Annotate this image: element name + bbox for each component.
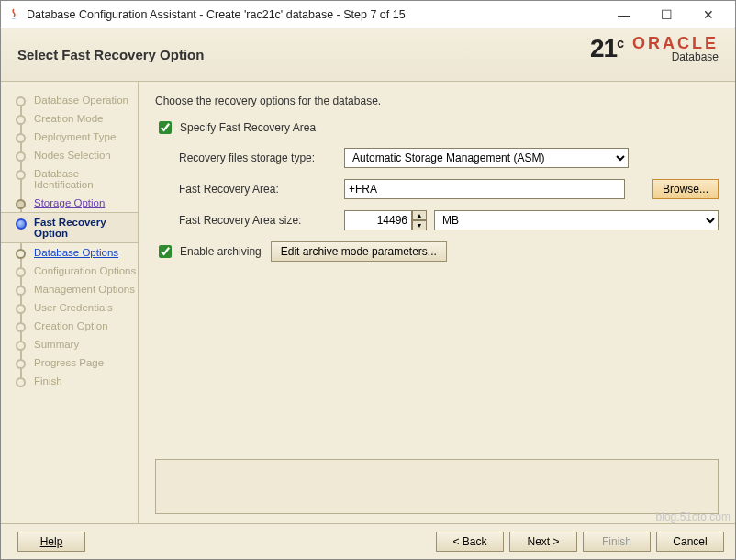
page-title: Select Fast Recovery Option xyxy=(17,47,204,62)
next-button[interactable]: Next > xyxy=(509,532,577,552)
step-dot-icon xyxy=(16,286,26,296)
storage-type-label: Recovery files storage type: xyxy=(179,151,344,164)
brand-version: 21c xyxy=(590,34,623,63)
close-button[interactable]: ✕ xyxy=(687,1,730,28)
fra-size-label: Fast Recovery Area size: xyxy=(179,214,344,227)
wizard-step-9: Management Options xyxy=(14,280,138,298)
wizard-step-7[interactable]: Database Options xyxy=(14,243,138,262)
content-panel: Choose the recovery options for the data… xyxy=(139,82,735,523)
wizard-step-8: Configuration Options xyxy=(14,262,138,280)
brand-subtitle: Database xyxy=(632,51,719,62)
footer: Help < Back Next > Finish Cancel xyxy=(1,524,735,559)
spinner-down-icon[interactable]: ▼ xyxy=(412,220,427,230)
edit-archive-params-button[interactable]: Edit archive mode parameters... xyxy=(271,241,447,262)
spinner-up-icon[interactable]: ▲ xyxy=(412,210,427,220)
step-label: Configuration Options xyxy=(34,265,136,276)
step-dot-icon xyxy=(16,115,26,125)
back-button[interactable]: < Back xyxy=(436,532,504,552)
wizard-step-4: Database Identification xyxy=(14,164,138,194)
header: Select Fast Recovery Option 21c ORACLE D… xyxy=(1,28,735,82)
info-panel xyxy=(155,459,719,514)
step-label: Finish xyxy=(34,375,62,386)
wizard-step-2: Deployment Type xyxy=(14,128,138,146)
java-icon xyxy=(6,7,21,22)
wizard-step-0: Database Operation xyxy=(14,91,138,109)
step-dot-icon xyxy=(16,322,26,332)
specify-fra-checkbox[interactable] xyxy=(159,121,172,134)
step-label: Creation Option xyxy=(34,320,108,331)
step-dot-icon xyxy=(16,133,26,143)
wizard-step-1: Creation Mode xyxy=(14,109,138,128)
help-button[interactable]: Help xyxy=(17,532,85,552)
titlebar: Database Configuration Assistant - Creat… xyxy=(1,1,735,28)
enable-archiving-checkbox-row[interactable]: Enable archiving xyxy=(155,242,262,261)
step-label: User Credentials xyxy=(34,302,113,313)
storage-type-select[interactable]: Automatic Storage Management (ASM) xyxy=(344,148,629,168)
fra-size-unit-select[interactable]: MB xyxy=(434,210,719,230)
enable-archiving-checkbox[interactable] xyxy=(159,245,172,258)
step-dot-icon xyxy=(16,304,26,314)
minimize-button[interactable]: — xyxy=(603,1,645,28)
step-dot-icon xyxy=(16,151,26,162)
specify-fra-checkbox-row[interactable]: Specify Fast Recovery Area xyxy=(155,118,316,137)
wizard-step-12: Summary xyxy=(14,335,138,353)
wizard-step-3: Nodes Selection xyxy=(14,146,138,164)
step-dot-icon xyxy=(16,218,27,230)
step-dot-icon xyxy=(16,267,26,277)
wizard-step-6: Fast Recovery Option xyxy=(1,212,138,243)
step-dot-icon xyxy=(16,170,26,180)
step-label: Storage Option xyxy=(34,197,105,208)
wizard-step-10: User Credentials xyxy=(14,298,138,317)
wizard-step-13: Progress Page xyxy=(14,353,138,372)
wizard-step-5[interactable]: Storage Option xyxy=(14,194,138,212)
fra-size-spinner[interactable]: ▲ ▼ xyxy=(344,210,427,230)
step-label: Summary xyxy=(34,339,79,350)
step-label: Database Identification xyxy=(34,168,94,190)
maximize-button[interactable]: ☐ xyxy=(645,1,687,28)
step-dot-icon xyxy=(16,377,26,387)
step-label: Deployment Type xyxy=(34,131,116,142)
step-label: Progress Page xyxy=(34,357,104,368)
specify-fra-label: Specify Fast Recovery Area xyxy=(180,121,316,134)
step-label: Management Options xyxy=(34,284,135,295)
window-title: Database Configuration Assistant - Creat… xyxy=(27,8,406,21)
browse-button[interactable]: Browse... xyxy=(652,179,719,199)
step-dot-icon xyxy=(16,96,26,106)
fra-label: Fast Recovery Area: xyxy=(179,183,344,196)
cancel-button[interactable]: Cancel xyxy=(656,532,724,552)
step-label: Nodes Selection xyxy=(34,150,111,161)
fra-input[interactable] xyxy=(344,179,625,199)
step-dot-icon xyxy=(16,249,26,259)
oracle-brand: 21c ORACLE Database xyxy=(590,34,719,63)
step-label: Creation Mode xyxy=(34,113,103,124)
step-label: Database Options xyxy=(34,247,118,258)
wizard-steps-sidebar: Database OperationCreation ModeDeploymen… xyxy=(1,82,139,523)
step-label: Database Operation xyxy=(34,95,128,106)
step-dot-icon xyxy=(16,359,26,369)
fra-size-input[interactable] xyxy=(344,210,412,230)
wizard-step-11: Creation Option xyxy=(14,317,138,335)
wizard-step-14: Finish xyxy=(14,372,138,390)
step-dot-icon xyxy=(16,341,26,351)
finish-button: Finish xyxy=(583,532,651,552)
step-dot-icon xyxy=(16,199,26,209)
main-area: Database OperationCreation ModeDeploymen… xyxy=(1,82,735,524)
instruction-text: Choose the recovery options for the data… xyxy=(155,95,719,107)
step-label: Fast Recovery Option xyxy=(34,217,106,239)
enable-archiving-label: Enable archiving xyxy=(180,245,262,258)
brand-name: ORACLE xyxy=(632,35,719,51)
